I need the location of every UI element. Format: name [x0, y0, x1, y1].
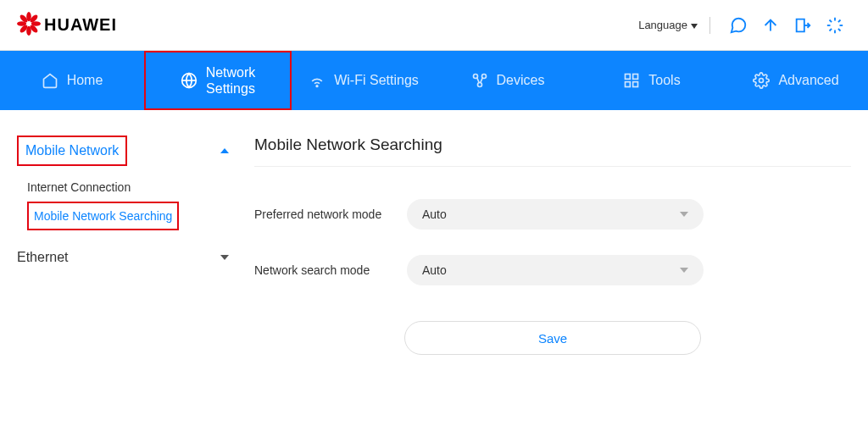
nav-home[interactable]: Home [0, 51, 144, 110]
upload-icon[interactable] [758, 13, 783, 38]
sidebar-group-label: Ethernet [17, 250, 68, 265]
select-preferred-network-mode[interactable]: Auto [407, 199, 704, 230]
sidebar-group-mobile-network[interactable]: Mobile Network [17, 136, 127, 166]
brand-text: HUAWEI [44, 15, 117, 35]
caret-up-icon [220, 148, 229, 153]
svg-line-22 [476, 78, 479, 83]
sidebar-item-mobile-network-searching[interactable]: Mobile Network Searching [27, 202, 179, 230]
nav-tools[interactable]: Tools [580, 51, 724, 110]
loading-icon [822, 13, 848, 38]
huawei-flower-icon [17, 12, 41, 38]
brand-logo: HUAWEI [17, 12, 117, 38]
sidebar-group-label: Mobile Network [25, 143, 119, 158]
caret-down-icon [220, 255, 229, 260]
language-selector[interactable]: Language [638, 19, 698, 31]
content: Mobile Network Internet Connection Mobil… [0, 110, 868, 389]
field-label: Network search mode [254, 263, 407, 277]
sidebar: Mobile Network Internet Connection Mobil… [17, 136, 254, 355]
home-icon [42, 72, 58, 89]
save-button[interactable]: Save [404, 321, 701, 355]
sidebar-item-internet-connection[interactable]: Internet Connection [27, 173, 229, 202]
select-network-search-mode[interactable]: Auto [407, 255, 704, 285]
caret-down-icon [680, 268, 688, 273]
nav-label: NetworkSettings [206, 64, 256, 97]
tools-icon [623, 72, 640, 89]
devices-icon [471, 72, 488, 89]
nav-advanced[interactable]: Advanced [724, 51, 868, 110]
chat-icon[interactable] [726, 13, 751, 38]
header: HUAWEI Language [0, 0, 868, 51]
svg-point-21 [477, 83, 481, 87]
row-preferred-network-mode: Preferred network mode Auto [254, 197, 851, 231]
nav-label: Wi-Fi Settings [334, 72, 419, 88]
svg-line-10 [830, 19, 832, 22]
svg-point-18 [316, 86, 318, 87]
svg-line-15 [838, 19, 841, 22]
sidebar-items: Internet Connection Mobile Network Searc… [17, 166, 229, 242]
svg-rect-25 [633, 75, 638, 80]
field-label: Preferred network mode [254, 207, 407, 221]
svg-rect-26 [626, 82, 631, 87]
select-value: Auto [422, 263, 447, 277]
page-title: Mobile Network Searching [254, 136, 851, 167]
save-button-label: Save [538, 331, 567, 346]
svg-line-14 [830, 28, 832, 30]
nav-wifi-settings[interactable]: Wi-Fi Settings [292, 51, 436, 110]
row-network-search-mode: Network search mode Auto [254, 253, 851, 287]
svg-line-23 [480, 78, 482, 83]
divider [709, 17, 710, 34]
nav-devices[interactable]: Devices [436, 51, 580, 110]
nav-network-settings[interactable]: NetworkSettings [144, 51, 292, 110]
caret-down-icon [691, 19, 698, 31]
gear-icon [753, 72, 770, 89]
sidebar-item-label: Mobile Network Searching [34, 209, 172, 223]
wifi-icon [309, 72, 326, 89]
language-label: Language [638, 19, 687, 31]
logout-icon[interactable] [790, 13, 815, 38]
main-panel: Mobile Network Searching Preferred netwo… [254, 136, 851, 355]
nav-label: Advanced [778, 72, 838, 88]
svg-rect-24 [626, 75, 631, 80]
svg-line-11 [838, 28, 841, 30]
nav-label: Devices [497, 72, 545, 88]
globe-icon [181, 72, 198, 89]
sidebar-group-ethernet[interactable]: Ethernet [17, 242, 229, 273]
svg-point-28 [760, 79, 764, 83]
nav-label: Tools [648, 72, 680, 88]
sidebar-item-label: Internet Connection [27, 180, 131, 194]
nav-label: Home [67, 72, 103, 88]
select-value: Auto [422, 207, 447, 221]
main-nav: Home NetworkSettings Wi-Fi Settings Devi… [0, 51, 868, 110]
svg-rect-27 [633, 82, 638, 87]
caret-down-icon [680, 212, 688, 217]
